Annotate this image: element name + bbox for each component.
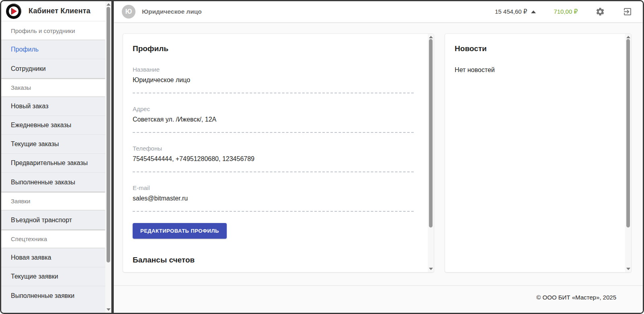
account-name: Юридическое лицо — [142, 8, 202, 15]
sidebar-section-special-equipment: Спецтехника — [1, 229, 105, 248]
logout-button[interactable] — [621, 5, 634, 18]
profile-card: Профиль Название Юридическое лицо Адрес … — [123, 33, 434, 273]
settings-button[interactable] — [594, 5, 607, 18]
sidebar-item-current-requests[interactable]: Текущие заявки — [1, 267, 105, 286]
sidebar-nav: Профиль и сотрудники Профиль Сотрудники … — [1, 21, 105, 313]
sidebar-item-daily-orders[interactable]: Ежедневные заказы — [1, 116, 105, 135]
scroll-up-icon[interactable] — [429, 36, 433, 38]
sidebar-item-inbound-transport[interactable]: Въездной транспорт — [1, 211, 105, 229]
edit-profile-button[interactable]: РЕДАКТИРОВАТЬ ПРОФИЛЬ — [133, 223, 227, 239]
app-logo-icon — [6, 4, 21, 19]
news-title: Новости — [455, 44, 611, 53]
sidebar-item-completed-requests[interactable]: Выполненные заявки — [1, 286, 105, 305]
bonus-balance-value: 710,00 ₽ — [554, 8, 578, 15]
field-divider — [133, 132, 414, 133]
profile-title: Профиль — [133, 44, 414, 53]
logo-play-triangle-icon — [12, 8, 17, 14]
sidebar-group-profile: Профиль Сотрудники — [1, 40, 105, 78]
profile-field-name: Название Юридическое лицо — [133, 66, 414, 84]
field-value: sales@bitmaster.ru — [133, 195, 414, 202]
sidebar-section-profile-employees: Профиль и сотрудники — [1, 21, 105, 40]
sidebar: Кабинет Клиента Профиль и сотрудники Про… — [1, 1, 105, 313]
sidebar-scrollbar[interactable] — [105, 1, 111, 313]
field-label: E-mail — [133, 184, 414, 191]
field-value: 75454544444, +74951280680, 123456789 — [133, 155, 414, 163]
logout-icon — [623, 7, 632, 17]
news-empty-message: Нет новостей — [455, 66, 611, 74]
sidebar-item-employees[interactable]: Сотрудники — [1, 59, 105, 78]
topbar: Ю Юридическое лицо 15 454,60 ₽ 710,00 ₽ — [114, 1, 643, 22]
main-balance-dropdown[interactable]: 15 454,60 ₽ — [495, 8, 536, 15]
field-value: Юридическое лицо — [133, 76, 414, 84]
scroll-up-icon[interactable] — [107, 3, 111, 6]
sidebar-header: Кабинет Клиента — [1, 1, 105, 21]
scroll-up-icon[interactable] — [626, 36, 630, 38]
field-label: Телефоны — [133, 145, 414, 152]
profile-field-address: Адрес Советская ул. /Ижевск/, 12А — [133, 105, 414, 123]
app-window: Кабинет Клиента Профиль и сотрудники Про… — [0, 0, 644, 314]
field-label: Название — [133, 66, 414, 73]
footer: © ООО БИТ «Мастер», 2025 — [114, 285, 643, 313]
sidebar-group-requests: Новая заявка Текущие заявки Выполненные … — [1, 248, 105, 313]
field-divider — [133, 211, 414, 212]
profile-card-scrollbar[interactable] — [428, 34, 434, 272]
main-balance-value: 15 454,60 ₽ — [495, 8, 527, 15]
profile-field-phones: Телефоны 75454544444, +74951280680, 1234… — [133, 145, 414, 163]
news-scrollbar-thumb[interactable] — [626, 39, 630, 227]
scroll-down-icon[interactable] — [626, 268, 630, 270]
sidebar-item-preliminary-orders[interactable]: Предварительные заказы — [1, 154, 105, 173]
sidebar-section-requests: Заявки — [1, 192, 105, 211]
sidebar-item-new-order[interactable]: Новый заказ — [1, 97, 105, 116]
field-divider — [133, 171, 414, 172]
app-title: Кабинет Клиента — [29, 7, 90, 15]
sidebar-item-new-request[interactable]: Новая заявка — [1, 248, 105, 267]
scroll-down-icon[interactable] — [429, 268, 433, 270]
account-avatar: Ю — [122, 5, 135, 19]
sidebar-item-profile[interactable]: Профиль — [1, 40, 105, 59]
sidebar-section-orders: Заказы — [1, 78, 105, 97]
sidebar-item-completed-orders[interactable]: Выполненные заказы — [1, 173, 105, 192]
sidebar-scrollbar-thumb[interactable] — [107, 7, 110, 262]
content-area: Профиль Название Юридическое лицо Адрес … — [114, 22, 643, 285]
field-value: Советская ул. /Ижевск/, 12А — [133, 116, 414, 123]
copyright-text: © ООО БИТ «Мастер», 2025 — [536, 294, 616, 301]
field-divider — [133, 93, 414, 93]
sidebar-item-current-orders[interactable]: Текущие заказы — [1, 135, 105, 154]
news-card: Новости Нет новостей — [445, 33, 632, 273]
main-area: Ю Юридическое лицо 15 454,60 ₽ 710,00 ₽ … — [114, 1, 643, 313]
field-label: Адрес — [133, 105, 414, 112]
profile-scrollbar-thumb[interactable] — [429, 39, 433, 227]
scroll-down-icon[interactable] — [107, 308, 111, 311]
balances-title: Балансы счетов — [133, 256, 414, 264]
sidebar-group-orders: Новый заказ Ежедневные заказы Текущие за… — [1, 97, 105, 192]
gear-icon — [595, 7, 605, 17]
profile-field-email: E-mail sales@bitmaster.ru — [133, 184, 414, 202]
sidebar-group-transport: Въездной транспорт — [1, 211, 105, 229]
caret-up-icon — [531, 10, 536, 13]
news-card-scrollbar[interactable] — [625, 34, 631, 272]
